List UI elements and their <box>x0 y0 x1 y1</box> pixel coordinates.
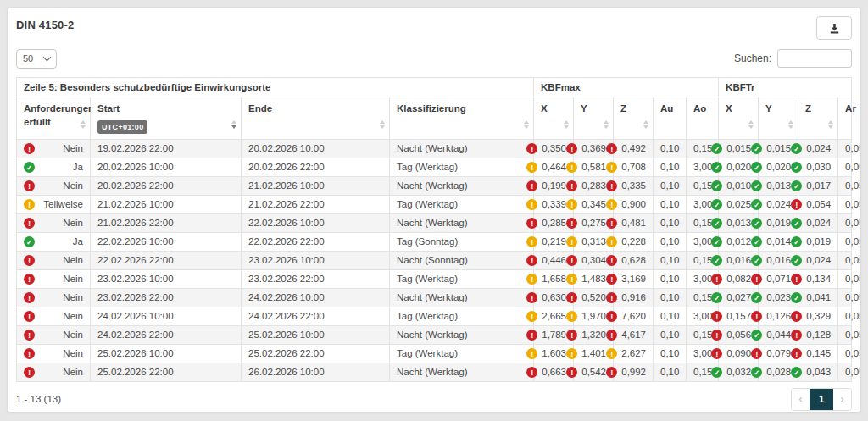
klassifizierung-cell: Tag (Werktag) <box>390 195 534 213</box>
kbftr-z-cell: 0,134 <box>798 269 838 288</box>
table-row[interactable]: Nein 22.02.2026 22:00 23.02.2026 10:00 N… <box>17 251 852 269</box>
start-cell: 25.02.2026 22:00 <box>91 363 242 381</box>
sort-icon[interactable] <box>81 120 86 129</box>
table-row[interactable]: Nein 25.02.2026 10:00 25.02.2026 22:00 T… <box>17 344 852 363</box>
sort-icon[interactable] <box>564 120 569 129</box>
status-icon <box>526 143 537 154</box>
start-cell: 22.02.2026 22:00 <box>91 251 242 269</box>
search-group: Suchen: <box>734 49 852 68</box>
sort-icon[interactable] <box>788 120 793 129</box>
table-controls: 50 Suchen: <box>16 48 852 69</box>
status-icon <box>791 218 802 229</box>
klassifizierung-cell: Nacht (Werktag) <box>390 363 534 381</box>
ende-cell: 23.02.2026 22:00 <box>242 269 390 288</box>
column-header-kbfmax-y[interactable]: Y <box>574 97 614 140</box>
klassifizierung-cell: Nacht (Werktag) <box>390 139 534 158</box>
kbftr-z-cell: 0,024 <box>798 213 838 232</box>
klassifizierung-cell: Nacht (Werktag) <box>390 325 534 344</box>
ar-cell: 0,05 <box>838 213 852 232</box>
column-header-kbftr-x[interactable]: X <box>719 97 759 140</box>
status-icon <box>791 255 802 266</box>
table-row[interactable]: Nein 23.02.2026 10:00 23.02.2026 22:00 T… <box>17 269 852 288</box>
start-cell: 19.02.2026 22:00 <box>91 139 242 158</box>
status-icon <box>711 255 722 266</box>
kbfmax-z-cell: 0,628 <box>614 251 654 269</box>
ende-cell: 24.02.2026 22:00 <box>242 307 390 325</box>
klassifizierung-cell: Tag (Werktag) <box>390 269 534 288</box>
requirement-cell: Nein <box>17 269 91 288</box>
pagination-next-button[interactable]: › <box>833 389 851 410</box>
klassifizierung-cell: Tag (Werktag) <box>390 307 534 325</box>
au-cell: 0,10 <box>654 325 687 344</box>
table-row[interactable]: Nein 25.02.2026 22:00 26.02.2026 10:00 N… <box>17 363 852 381</box>
status-icon <box>566 199 577 210</box>
sort-icon[interactable] <box>524 120 529 129</box>
table-row[interactable]: Nein 21.02.2026 22:00 22.02.2026 10:00 N… <box>17 213 852 232</box>
column-header-ende[interactable]: Ende <box>242 97 390 140</box>
status-icon <box>526 255 537 266</box>
requirement-cell: Nein <box>17 176 91 195</box>
requirement-cell: Ja <box>17 158 91 176</box>
kbfmax-z-cell: 0,916 <box>614 288 654 307</box>
column-header-klassifizierung[interactable]: Klassifizierung <box>390 97 534 140</box>
table-row[interactable]: Nein 23.02.2026 22:00 24.02.2026 10:00 N… <box>17 288 852 307</box>
requirement-cell: Nein <box>17 363 91 381</box>
status-icon <box>24 348 35 359</box>
column-header-kbftr-y[interactable]: Y <box>759 97 798 140</box>
status-icon <box>606 367 617 378</box>
status-icon <box>791 199 802 210</box>
start-cell: 25.02.2026 10:00 <box>91 344 242 363</box>
start-cell: 24.02.2026 22:00 <box>91 325 242 344</box>
status-icon <box>566 292 577 303</box>
sort-icon[interactable] <box>828 120 833 129</box>
sort-icon[interactable] <box>231 120 236 129</box>
requirement-cell: Ja <box>17 232 91 251</box>
status-icon <box>751 292 762 303</box>
ar-cell: 0,05 <box>838 139 852 158</box>
status-icon <box>606 180 617 191</box>
table-row[interactable]: Nein 20.02.2026 22:00 21.02.2026 10:00 N… <box>17 176 852 195</box>
klassifizierung-cell: Nacht (Sonntag) <box>390 251 534 269</box>
table-row[interactable]: Nein 24.02.2026 10:00 24.02.2026 22:00 T… <box>17 307 852 325</box>
sort-icon[interactable] <box>380 120 385 129</box>
table-row[interactable]: Teilweise 21.02.2026 10:00 21.02.2026 22… <box>17 195 852 213</box>
pagination-page-1-button[interactable]: 1 <box>810 389 833 410</box>
column-header-kbftr-z[interactable]: Z <box>798 97 838 140</box>
klassifizierung-cell: Nacht (Werktag) <box>390 213 534 232</box>
table-row[interactable]: Ja 20.02.2026 10:00 20.02.2026 22:00 Tag… <box>17 158 852 176</box>
status-icon <box>791 330 802 341</box>
status-icon <box>711 143 722 154</box>
ar-cell: 0,05 <box>838 232 852 251</box>
sort-icon[interactable] <box>604 120 609 129</box>
column-header-anforderungen[interactable]: Anforderungen erfüllt <box>17 97 91 140</box>
ende-cell: 24.02.2026 10:00 <box>242 288 390 307</box>
requirement-cell: Nein <box>17 307 91 325</box>
pagination-prev-button[interactable]: ‹ <box>792 389 810 410</box>
page-size-select[interactable]: 50 <box>16 49 57 69</box>
table-footer: 1 - 13 (13) ‹ 1 › <box>16 388 852 411</box>
start-cell: 23.02.2026 22:00 <box>91 288 242 307</box>
status-icon <box>711 311 722 322</box>
group-header-row: Zeile 5: Besonders schutzbedürftige Einw… <box>17 78 852 97</box>
download-button[interactable] <box>816 16 852 40</box>
search-input[interactable] <box>777 49 852 68</box>
start-cell: 20.02.2026 10:00 <box>91 158 242 176</box>
kbfmax-z-cell: 0,992 <box>614 363 654 381</box>
column-header-row: Anforderungen erfüllt Start UTC+01:00 En… <box>17 97 852 140</box>
start-cell: 24.02.2026 10:00 <box>91 307 242 325</box>
status-icon <box>751 218 762 229</box>
column-header-kbfmax-x[interactable]: X <box>534 97 574 140</box>
status-icon <box>566 143 577 154</box>
requirement-cell: Nein <box>17 288 91 307</box>
sort-icon[interactable] <box>643 120 648 129</box>
sort-icon[interactable] <box>748 120 754 129</box>
table-row[interactable]: Nein 19.02.2026 22:00 20.02.2026 10:00 N… <box>17 139 852 158</box>
status-icon <box>526 330 537 341</box>
kbftr-z-cell: 0,329 <box>798 307 838 325</box>
status-icon <box>791 274 802 285</box>
column-header-start[interactable]: Start UTC+01:00 <box>91 97 242 140</box>
column-header-kbfmax-z[interactable]: Z <box>614 97 654 140</box>
table-row[interactable]: Ja 22.02.2026 10:00 22.02.2026 22:00 Tag… <box>17 232 852 251</box>
table-row[interactable]: Nein 24.02.2026 22:00 25.02.2026 10:00 N… <box>17 325 852 344</box>
column-header-ar: Ar <box>838 97 852 140</box>
